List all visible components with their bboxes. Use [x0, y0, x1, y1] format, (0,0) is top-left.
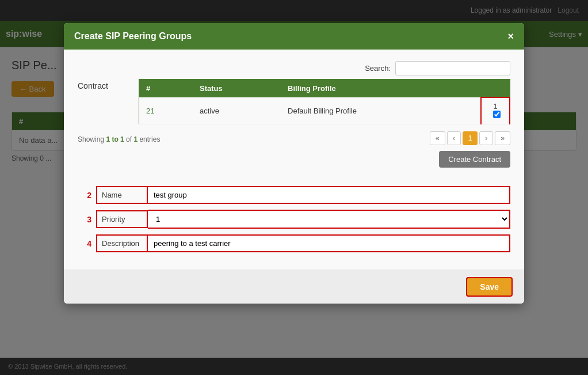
modal-title: Create SIP Peering Groups — [74, 31, 192, 41]
contract-section: Search: Contract # Status Billing Profil… — [78, 61, 510, 177]
description-label: Description — [96, 234, 148, 252]
col-select — [481, 79, 510, 98]
contract-label: Contract — [78, 79, 129, 90]
modal-overlay: Create SIP Peering Groups × Search: Cont… — [0, 0, 588, 375]
cell-id: 21 — [139, 97, 193, 124]
priority-select[interactable]: 1 2 3 4 5 — [148, 210, 510, 229]
priority-row: 3 Priority 1 2 3 4 5 — [78, 210, 510, 229]
modal-header: Create SIP Peering Groups × — [64, 23, 524, 50]
search-input[interactable] — [395, 61, 510, 75]
showing-text: Showing 1 to 1 of 1 entries — [78, 135, 160, 143]
cell-status: active — [193, 97, 281, 124]
priority-label: Priority — [96, 210, 148, 228]
modal-footer: Save — [64, 270, 524, 304]
pagination: « ‹ 1 › » — [430, 131, 510, 145]
cell-select[interactable]: 1 — [481, 97, 510, 124]
page-next-btn[interactable]: › — [479, 131, 493, 145]
description-row: 4 Description — [78, 234, 510, 252]
page-first-btn[interactable]: « — [430, 131, 445, 145]
modal-body: Search: Contract # Status Billing Profil… — [64, 50, 524, 270]
step-3: 3 — [78, 215, 91, 224]
description-input[interactable] — [148, 234, 510, 252]
col-billing-profile: Billing Profile — [281, 79, 481, 98]
name-input[interactable] — [148, 186, 510, 204]
name-row: 2 Name — [78, 186, 510, 204]
col-status: Status — [193, 79, 281, 98]
page-last-btn[interactable]: » — [495, 131, 510, 145]
row-checkbox[interactable] — [493, 111, 501, 118]
save-button[interactable]: Save — [466, 277, 513, 297]
page-1-btn[interactable]: 1 — [463, 131, 478, 145]
name-label: Name — [96, 186, 148, 204]
step-2: 2 — [78, 191, 91, 200]
modal: Create SIP Peering Groups × Search: Cont… — [64, 23, 524, 304]
search-label: Search: — [365, 64, 391, 73]
create-contract-button[interactable]: Create Contract — [439, 151, 510, 168]
col-hash: # — [139, 79, 193, 98]
step-4: 4 — [78, 239, 91, 248]
search-row: Search: — [78, 61, 510, 75]
page-prev-btn[interactable]: ‹ — [447, 131, 461, 145]
table-header-row: # Status Billing Profile — [139, 79, 510, 98]
contract-table: # Status Billing Profile 21 active Defau… — [139, 79, 510, 124]
table-row: 21 active Default Billing Profile 1 — [139, 97, 510, 124]
cell-billing-profile: Default Billing Profile — [281, 97, 481, 124]
modal-close-button[interactable]: × — [507, 31, 514, 41]
